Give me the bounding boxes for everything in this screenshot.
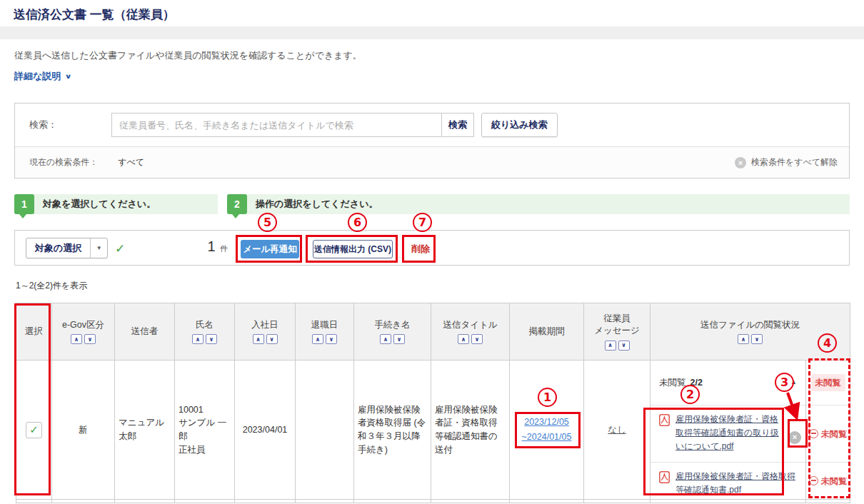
search-input-group: 検索 xyxy=(111,113,474,137)
cell-procedure: 雇用保険被保険者資格取得届 (令和３年３月以降手続き) xyxy=(354,361,431,500)
pdf-icon xyxy=(659,414,670,462)
delete-button[interactable]: 削除 xyxy=(407,240,434,258)
col-header-send-title: 送信タイトル ∧∨ xyxy=(431,303,510,361)
view-status-summary: 未閲覧 2/2 ▲ xyxy=(650,361,805,405)
clear-link-label: 検索条件をすべて解除 xyxy=(751,156,838,168)
search-row: 検索： 検索 絞り込み検索 xyxy=(15,104,849,146)
step-2-text: 操作の選択をしてください。 xyxy=(256,198,378,211)
cell-egov: 新 xyxy=(52,361,115,500)
col-header-hire-date: 入社日 ∧∨ xyxy=(235,303,296,361)
page-description: 従業員へ送信した公文書ファイルや従業員の閲覧状況を確認することができます。 xyxy=(14,49,362,62)
cell-leave-date xyxy=(296,361,354,500)
sort-ascending-button[interactable]: ∧ xyxy=(458,334,469,344)
sort-ascending-button[interactable]: ∧ xyxy=(312,334,323,344)
file-status: 未閲覧 xyxy=(806,405,850,463)
sort-descending-button[interactable]: ∨ xyxy=(266,334,278,344)
step-1-text: 対象を選択してください。 xyxy=(43,198,156,211)
file-status: 未閲覧 xyxy=(806,463,850,499)
search-panel: 検索： 検索 絞り込み検索 現在の検索条件： すべて × 検索条件をすべて解除 xyxy=(14,103,850,178)
remove-file-button[interactable]: × xyxy=(788,431,801,444)
step-2-banner: 2 操作の選択をしてください。 xyxy=(227,194,850,214)
sort-ascending-button[interactable]: ∧ xyxy=(71,334,82,344)
file-status-label: 未閲覧 xyxy=(821,475,847,488)
target-select-label: 対象の選択 xyxy=(26,238,90,258)
search-input[interactable] xyxy=(111,113,441,137)
annotation-number-5: 5 xyxy=(258,213,277,232)
selected-count-value: 1 xyxy=(207,238,215,254)
annotation-number-6: 6 xyxy=(348,213,367,232)
sort-ascending-button[interactable]: ∧ xyxy=(605,341,616,351)
check-icon: ✓ xyxy=(29,422,39,438)
page-title: 送信済公文書 一覧（従業員） xyxy=(0,0,864,23)
col-header-sender: 送信者 xyxy=(115,303,175,361)
sort-descending-button[interactable]: ∨ xyxy=(206,334,217,344)
page-header: 送信済公文書 一覧（従業員） xyxy=(0,0,864,26)
cell-period: 2023/12/05 ~2024/01/05 xyxy=(510,361,584,500)
cell-view-status: 未閲覧 2/2 ▲ 雇用保険被保険者証・資格取得等確認通知書の取り扱いについて.… xyxy=(650,361,806,500)
clear-circle-icon: × xyxy=(735,157,746,168)
cell-sender: マニュアル 太郎 xyxy=(115,361,175,500)
collapse-triangle-icon[interactable]: ▲ xyxy=(790,378,797,388)
current-conditions-row: 現在の検索条件： すべて × 検索条件をすべて解除 xyxy=(15,146,849,178)
current-condition-value: すべて xyxy=(118,156,144,168)
period-from-link[interactable]: 2023/12/05 xyxy=(513,415,580,430)
col-header-period: 掲載期間 xyxy=(510,303,584,361)
sort-descending-button[interactable]: ∨ xyxy=(618,341,630,351)
target-select-dropdown[interactable]: 対象の選択 ▼ xyxy=(26,238,108,258)
cell-select: ✓ xyxy=(16,361,52,500)
current-condition-label: 現在の検索条件： xyxy=(29,156,98,168)
sort-descending-button[interactable]: ∨ xyxy=(326,334,337,344)
next-row-sliver xyxy=(16,500,850,503)
unread-badge: 未閲覧 xyxy=(811,374,845,391)
sort-ascending-button[interactable]: ∧ xyxy=(380,334,391,344)
csv-export-button[interactable]: 送信情報出力 (CSV) xyxy=(313,240,393,258)
detail-description-link[interactable]: 詳細な説明 ∨ xyxy=(14,70,71,83)
cell-name: 10001 サンプル 一郎 正社員 xyxy=(175,361,235,500)
action-panel: 対象の選択 ▼ ✓ 1 件 メール再通知 送信情報出力 (CSV) 削除 xyxy=(14,230,850,266)
minus-circle-icon xyxy=(809,429,818,438)
title-divider-band xyxy=(0,26,864,39)
pagination-info: 1～2(全2)件を表示 xyxy=(16,280,87,292)
employee-type: 正社員 xyxy=(179,443,231,457)
pdf-icon xyxy=(659,471,670,499)
col-header-leave-date: 退職日 ∧∨ xyxy=(296,303,354,361)
detail-link-label: 詳細な説明 xyxy=(14,70,61,83)
period-to-link[interactable]: ~2024/01/05 xyxy=(513,430,580,445)
sort-descending-button[interactable]: ∨ xyxy=(751,334,763,344)
col-header-select: 選択 xyxy=(16,303,52,361)
filter-search-button[interactable]: 絞り込み検索 xyxy=(481,113,558,137)
file-status-label: 未閲覧 xyxy=(821,428,847,440)
sort-ascending-button[interactable]: ∧ xyxy=(253,334,264,344)
clear-all-conditions-link[interactable]: × 検索条件をすべて解除 xyxy=(735,156,838,168)
employee-message-link[interactable]: なし xyxy=(608,425,626,435)
file-item: 雇用保険被保険者証・資格取得等確認通知書.pdf xyxy=(650,463,805,499)
col-header-view-status: 送信ファイルの閲覧状況 ∧∨ xyxy=(650,303,850,361)
step-1-banner: 1 対象を選択してください。 xyxy=(14,194,218,214)
sort-descending-button[interactable]: ∨ xyxy=(393,334,405,344)
col-header-name: 氏名 ∧∨ xyxy=(175,303,235,361)
chevron-down-icon: ∨ xyxy=(65,73,72,80)
step-1-number: 1 xyxy=(14,194,34,214)
sort-descending-button[interactable]: ∨ xyxy=(84,334,96,344)
mail-renotify-button[interactable]: メール再通知 xyxy=(241,240,299,258)
close-icon: × xyxy=(793,431,797,443)
file-link[interactable]: 雇用保険被保険者証・資格取得等確認通知書.pdf xyxy=(675,470,798,499)
col-header-procedure: 手続き名 ∧∨ xyxy=(354,303,431,361)
documents-table: 選択 e-Gov区分 ∧∨ 送信者 氏名 ∧∨ 入社日 ∧∨ 退職日 ∧∨ 手続… xyxy=(16,303,850,503)
minus-circle-icon xyxy=(809,476,818,485)
search-button[interactable]: 検索 xyxy=(441,113,474,137)
sort-descending-button[interactable]: ∨ xyxy=(471,334,483,344)
view-summary-label: 未閲覧 xyxy=(659,376,686,390)
search-label: 検索： xyxy=(29,119,111,131)
sort-ascending-button[interactable]: ∧ xyxy=(192,334,204,344)
table-header-row: 選択 e-Gov区分 ∧∨ 送信者 氏名 ∧∨ 入社日 ∧∨ 退職日 ∧∨ 手続… xyxy=(16,303,850,361)
sort-ascending-button[interactable]: ∧ xyxy=(738,334,749,344)
cell-employee-message: なし xyxy=(584,361,650,500)
file-link[interactable]: 雇用保険被保険者証・資格取得等確認通知書の取り扱いについて.pdf xyxy=(675,413,786,462)
col-header-egov: e-Gov区分 ∧∨ xyxy=(52,303,115,361)
employee-number: 10001 xyxy=(179,403,231,417)
row-checkbox[interactable]: ✓ xyxy=(26,422,42,438)
caret-down-icon: ▼ xyxy=(90,238,107,258)
status-summary: 未閲覧 xyxy=(806,361,850,405)
cell-send-title: 雇用保険被保険者証・資格取得等確認通知書の送付 xyxy=(431,361,510,500)
